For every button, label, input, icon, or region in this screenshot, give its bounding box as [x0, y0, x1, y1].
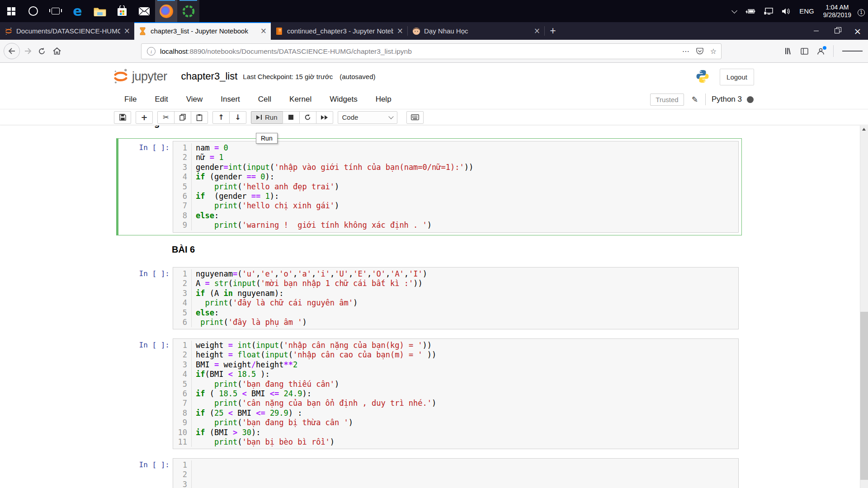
cell-input-area[interactable]: 1234567891011weight = int(input('nhập câ… [173, 338, 739, 449]
browser-tab-2-active[interactable]: chapter3_list - Jupyter Notebook × [134, 22, 271, 40]
page-info-icon[interactable]: i [147, 47, 156, 56]
jupyter-logo[interactable] [113, 68, 129, 84]
menu-edit[interactable]: Edit [146, 95, 177, 104]
battery-status[interactable] [745, 8, 755, 14]
account-icon[interactable] [817, 47, 825, 55]
restore-button[interactable] [826, 22, 847, 40]
reload-button[interactable] [38, 47, 46, 55]
cell-prompt: In [ ]: [121, 141, 173, 233]
copy-cell-button[interactable] [174, 111, 191, 124]
close-button[interactable]: × [847, 22, 868, 40]
navbar-separator [833, 45, 834, 57]
hidden-icons-chevron[interactable] [732, 10, 736, 13]
move-cell-up-button[interactable]: ↑ [212, 111, 230, 124]
command-palette-button[interactable] [406, 111, 424, 124]
edge-button[interactable]: e [66, 0, 89, 22]
screen: { "taskbar": { "tray": {"language": "ENG… [0, 0, 868, 488]
window-controls: × [806, 22, 868, 40]
home-button[interactable] [53, 47, 61, 55]
code-line: if (gender == 0): [196, 172, 738, 182]
menu-help[interactable]: Help [367, 95, 401, 104]
file-explorer-button[interactable] [89, 0, 111, 22]
notebook-content: g In [ ]:123456789nam = 0nữ = 1gender=in… [0, 126, 868, 488]
code-area: weight = int(input('nhập cân nặng của bạ… [192, 341, 738, 447]
run-cell-button[interactable]: Run [251, 111, 283, 124]
cell-type-select[interactable]: Code [338, 111, 397, 124]
scrollbar-up-arrow[interactable] [862, 128, 866, 131]
code-line [196, 470, 738, 479]
menu-view[interactable]: View [177, 95, 212, 104]
cell-input-area[interactable]: 123456789nam = 0nữ = 1gender=int(input('… [173, 141, 739, 233]
minimize-button[interactable] [806, 22, 826, 40]
scrollbar-thumb[interactable] [860, 312, 868, 480]
language-indicator[interactable]: ENG [799, 7, 814, 15]
menu-insert[interactable]: Insert [212, 95, 249, 104]
hourglass-busy-icon [138, 27, 147, 35]
new-tab-button[interactable]: + [545, 22, 561, 40]
menu-kernel[interactable]: Kernel [280, 95, 321, 104]
pocket-icon[interactable] [696, 48, 703, 55]
forward-button[interactable] [24, 48, 32, 54]
restart-kernel-button[interactable] [299, 111, 316, 124]
trusted-button[interactable]: Trusted [650, 94, 684, 106]
move-cell-down-button[interactable]: ↓ [229, 111, 246, 124]
network-status[interactable] [764, 8, 774, 15]
code-cell[interactable]: In [ ]:1234567891011weight = int(input('… [116, 336, 742, 452]
url-bar[interactable]: i localhost:8890/notebooks/Documents/DAT… [141, 43, 722, 59]
active-app-indicator [157, 0, 175, 1]
tab-close-icon[interactable]: × [260, 27, 267, 35]
volume-status[interactable] [782, 8, 791, 15]
cell-input-area[interactable]: 123456nguyenam=('u','e','o','a','i','U',… [173, 267, 739, 329]
tab-close-icon[interactable]: × [124, 27, 130, 35]
microsoft-store-button[interactable] [111, 0, 133, 22]
cortana-button[interactable] [22, 0, 44, 22]
notebook-scrollbar[interactable] [860, 126, 868, 488]
browser-tab-3[interactable]: continued_chapter3 - Jupyter Notebook × [271, 22, 407, 40]
menu-widgets[interactable]: Widgets [321, 95, 366, 104]
folder-icon [94, 6, 106, 16]
run-all-button[interactable] [316, 111, 333, 124]
task-view-icon [52, 8, 60, 14]
network-icon [764, 8, 774, 15]
code-cell[interactable]: In [ ]:123456nguyenam=('u','e','o','a','… [116, 264, 742, 332]
tab-title: Dạy Nhau Học [424, 27, 530, 35]
back-button[interactable] [4, 43, 20, 59]
cell-input-area[interactable]: 1234 [173, 458, 739, 488]
paste-cell-button[interactable] [191, 111, 208, 124]
taskbar-clock[interactable]: 1:04 AM 9/28/2019 [823, 4, 851, 19]
cut-cell-button[interactable]: ✂ [157, 111, 175, 124]
logout-button[interactable]: Logout [720, 69, 754, 85]
tab-title: chapter3_list - Jupyter Notebook [151, 27, 257, 35]
start-button[interactable] [0, 0, 22, 22]
add-cell-button[interactable]: + [136, 111, 153, 124]
firefox-taskbar-button[interactable] [155, 0, 177, 22]
browser-tab-1[interactable]: Documents/DATASCIENCE-HUMG × [0, 22, 134, 40]
markdown-heading[interactable]: BÀI 6 [172, 244, 195, 255]
code-cell[interactable]: In [ ]:123456789nam = 0nữ = 1gender=int(… [116, 138, 742, 235]
menu-file[interactable]: File [115, 95, 146, 104]
task-view-button[interactable] [44, 0, 66, 22]
menu-hamburger-icon[interactable] [842, 50, 863, 53]
tab-close-icon[interactable]: × [534, 27, 540, 35]
notebook-title[interactable]: chapter3_list [181, 70, 238, 82]
action-center-button[interactable]: 1 [859, 9, 862, 14]
code-cell[interactable]: In [ ]:1234 [116, 455, 742, 488]
tab-close-icon[interactable]: × [397, 27, 403, 35]
cell-type-value: Code [342, 113, 359, 121]
interrupt-kernel-button[interactable] [283, 111, 300, 124]
library-icon[interactable] [785, 47, 792, 55]
recorder-app-button[interactable] [177, 0, 199, 22]
autosave-status: (autosaved) [340, 73, 375, 80]
mail-icon [138, 7, 150, 16]
save-button[interactable] [114, 111, 131, 124]
bookmark-star-icon[interactable]: ☆ [710, 47, 717, 56]
home-icon [53, 47, 61, 55]
edge-icon: e [73, 5, 82, 18]
mail-button[interactable] [133, 0, 155, 22]
browser-tab-4[interactable]: Dạy Nhau Học × [408, 22, 544, 40]
jupyter-toolbar: + ✂ ↑ ↓ Run Code [0, 110, 868, 125]
menu-cell[interactable]: Cell [249, 95, 280, 104]
sidebar-toggle-icon[interactable] [801, 48, 808, 55]
page-actions-icon[interactable]: ⋯ [682, 47, 689, 56]
code-line: nữ = 1 [196, 153, 738, 162]
